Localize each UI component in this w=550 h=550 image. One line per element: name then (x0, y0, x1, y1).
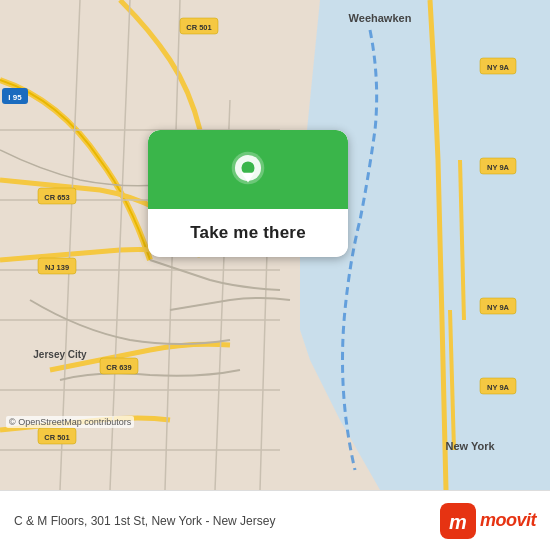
svg-text:CR 501: CR 501 (186, 23, 211, 32)
moovit-wordmark: moovit (480, 510, 536, 531)
location-label: C & M Floors, 301 1st St, New York - New… (14, 514, 440, 528)
svg-text:CR 501: CR 501 (44, 433, 69, 442)
moovit-logo: m moovit (440, 503, 536, 539)
navigation-card: Take me there (148, 130, 348, 257)
location-pin-icon (226, 150, 270, 194)
take-me-there-button[interactable]: Take me there (148, 209, 348, 257)
map-container: I 95 CR 501 CR 653 NJ 139 CR 639 CR 501 … (0, 0, 550, 490)
svg-text:NY 9A: NY 9A (487, 63, 510, 72)
svg-text:m: m (449, 511, 467, 533)
svg-text:Weehawken: Weehawken (349, 12, 412, 24)
svg-text:NY 9A: NY 9A (487, 303, 510, 312)
card-header (148, 130, 348, 209)
bottom-info-bar: C & M Floors, 301 1st St, New York - New… (0, 490, 550, 550)
svg-text:CR 653: CR 653 (44, 193, 69, 202)
svg-text:Jersey City: Jersey City (33, 349, 87, 360)
svg-text:I 95: I 95 (8, 93, 22, 102)
map-attribution: © OpenStreetMap contributors (6, 416, 134, 428)
svg-point-41 (241, 161, 254, 174)
svg-text:NJ 139: NJ 139 (45, 263, 69, 272)
svg-text:NY 9A: NY 9A (487, 383, 510, 392)
svg-text:NY 9A: NY 9A (487, 163, 510, 172)
moovit-m-icon: m (440, 503, 476, 539)
svg-text:New York: New York (445, 440, 495, 452)
svg-text:CR 639: CR 639 (106, 363, 131, 372)
